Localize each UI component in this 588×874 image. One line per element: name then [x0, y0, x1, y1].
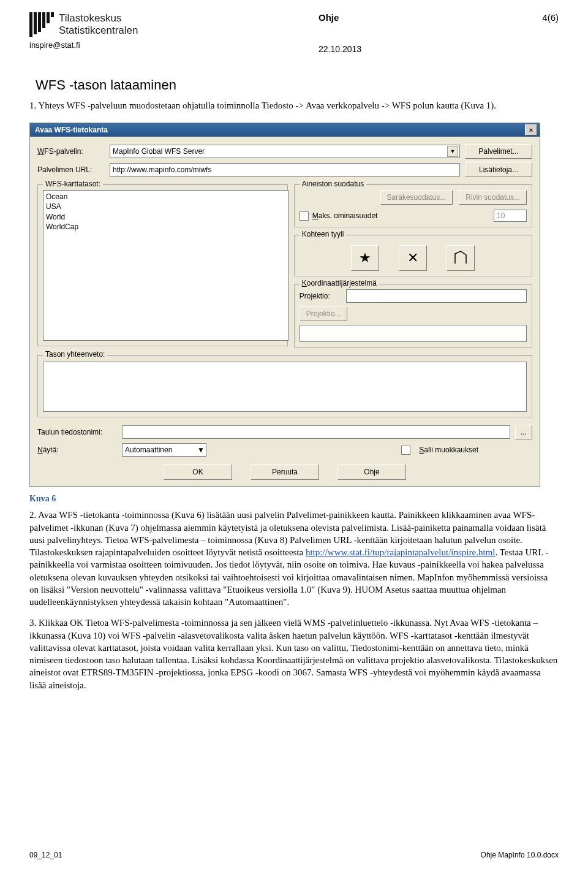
- ok-button[interactable]: OK: [164, 464, 232, 480]
- list-item[interactable]: Ocean: [46, 192, 285, 202]
- paragraph-3: 3. Klikkaa OK Tietoa WFS-palvelimesta -t…: [29, 617, 559, 691]
- inspire-link[interactable]: http://www.stat.fi/tup/rajapintapalvelut…: [306, 547, 495, 557]
- page-number: 4(6): [542, 12, 559, 23]
- browse-button[interactable]: ...: [515, 425, 532, 439]
- list-item[interactable]: USA: [46, 202, 285, 211]
- server-combo[interactable]: MapInfo Global WFS Server ▼: [110, 145, 460, 158]
- svg-rect-5: [51, 12, 54, 17]
- doc-type: Ohje: [318, 12, 339, 23]
- url-value: http://www.mapinfo.com/miwfs: [113, 165, 211, 174]
- contact-email: inspire@stat.fi: [29, 40, 559, 50]
- svg-rect-0: [29, 12, 32, 37]
- point-style-button[interactable]: ★: [351, 245, 379, 271]
- chevron-down-icon[interactable]: ▼: [197, 446, 205, 454]
- figure-caption: Kuva 6: [29, 494, 559, 504]
- footer-left: 09_12_01: [29, 851, 62, 859]
- logo: Tilastokeskus Statistikcentralen: [29, 12, 138, 37]
- projection-button[interactable]: Projektio...: [300, 306, 348, 321]
- section-title: WFS -tason lataaminen: [36, 77, 559, 93]
- summary-fieldset: Tason yhteenveto:: [37, 355, 532, 417]
- row-filter-button[interactable]: Rivin suodatus...: [459, 190, 527, 205]
- max-props-checkbox[interactable]: [300, 211, 309, 221]
- label-server: WFS-palvelin:: [37, 147, 105, 156]
- projection-field[interactable]: [346, 289, 527, 303]
- logo-text-1: Tilastokeskus: [59, 12, 138, 25]
- style-legend: Kohteen tyyli: [300, 230, 347, 238]
- layers-fieldset: WFS-karttatasot: Ocean USA World WorldCa…: [37, 184, 288, 346]
- label-max-props: Maks. ominaisuudet: [312, 211, 378, 220]
- show-combo-value: Automaattinen: [125, 446, 172, 454]
- summary-legend: Tason yhteenveto:: [43, 350, 107, 359]
- footer-right: Ohje MapInfo 10.0.docx: [481, 851, 559, 859]
- summary-area: [43, 362, 527, 412]
- layers-legend: WFS-karttatasot:: [43, 180, 103, 188]
- label-show: Näytä:: [37, 446, 117, 454]
- layers-listbox[interactable]: Ocean USA World WorldCap: [43, 190, 288, 341]
- svg-rect-2: [38, 12, 41, 32]
- max-props-value[interactable]: 10: [494, 210, 527, 222]
- svg-rect-1: [34, 12, 37, 34]
- server-combo-value: MapInfo Global WFS Server: [113, 147, 205, 156]
- more-info-button[interactable]: Lisätietoja...: [465, 162, 532, 177]
- paragraph-1: 1. Yhteys WFS -palveluun muodostetaan oh…: [29, 99, 559, 112]
- allow-edits-checkbox[interactable]: [401, 446, 410, 455]
- style-fieldset: Kohteen tyyli ★ ✕: [294, 235, 532, 276]
- projection-readonly: [300, 325, 527, 342]
- dialog-title: Avaa WFS-tietokanta: [35, 126, 525, 134]
- label-allow-edits: Salli muokkaukset: [419, 446, 478, 454]
- chevron-down-icon[interactable]: ▼: [447, 146, 458, 157]
- filter-legend: Aineiston suodatus: [300, 180, 366, 188]
- logo-bars-icon: [29, 12, 54, 37]
- column-filter-button[interactable]: Sarakesuodatus...: [380, 190, 453, 205]
- line-style-button[interactable]: ✕: [399, 245, 427, 271]
- polygon-icon: [453, 250, 469, 266]
- filter-fieldset: Aineiston suodatus Sarakesuodatus... Riv…: [294, 184, 532, 227]
- show-combo[interactable]: Automaattinen ▼: [122, 443, 206, 457]
- coord-fieldset: Koordinaattijärjestelmä Projektio: Proje…: [294, 284, 532, 348]
- list-item[interactable]: WorldCap: [46, 222, 285, 232]
- doc-date: 22.10.2013: [318, 44, 361, 54]
- list-item[interactable]: World: [46, 212, 285, 222]
- label-url: Palvelimen URL:: [37, 165, 105, 174]
- svg-rect-4: [47, 12, 50, 23]
- url-field[interactable]: http://www.mapinfo.com/miwfs: [110, 163, 460, 177]
- close-icon[interactable]: ×: [525, 124, 537, 135]
- svg-rect-3: [42, 12, 45, 28]
- wfs-dialog: Avaa WFS-tietokanta × WFS-palvelin: MapI…: [29, 123, 540, 487]
- servers-button[interactable]: Palvelimet...: [465, 144, 532, 159]
- coord-legend: Koordinaattijärjestelmä: [300, 279, 379, 287]
- paragraph-2: 2. Avaa WFS -tietokanta -toiminnossa (Ku…: [29, 509, 559, 608]
- help-button[interactable]: Ohje: [337, 464, 406, 480]
- table-file-field[interactable]: [122, 425, 510, 439]
- cancel-button[interactable]: Peruuta: [251, 464, 319, 480]
- region-style-button[interactable]: [447, 245, 475, 271]
- logo-text-2: Statistikcentralen: [59, 25, 138, 37]
- dialog-titlebar[interactable]: Avaa WFS-tietokanta ×: [30, 123, 540, 137]
- label-projection: Projektio:: [300, 292, 341, 300]
- label-table-file: Taulun tiedostonimi:: [37, 428, 117, 436]
